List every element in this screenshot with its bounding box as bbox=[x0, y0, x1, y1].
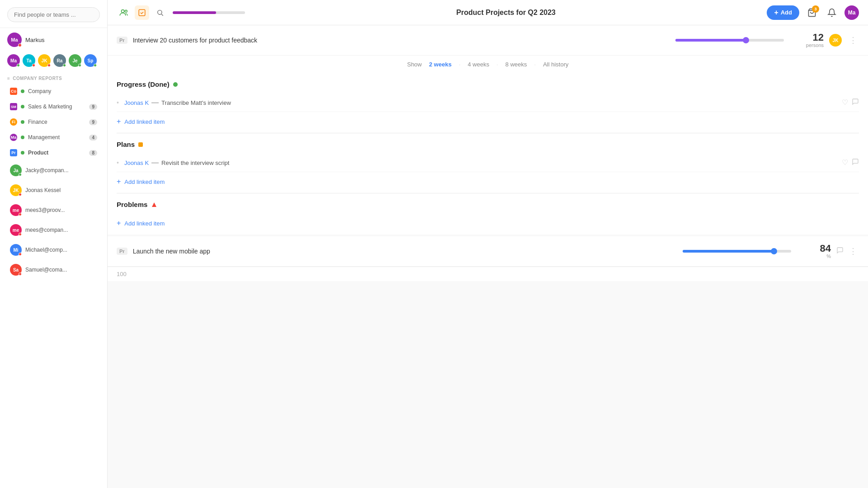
add-linked-plans[interactable]: + Add linked item bbox=[117, 172, 859, 193]
project-1-thumb bbox=[743, 37, 749, 43]
search-icon[interactable] bbox=[153, 5, 167, 20]
project-2-count: 84 % bbox=[804, 244, 831, 259]
sidebar-user[interactable]: Ma Markus bbox=[0, 28, 107, 52]
member-mees[interactable]: me mees@compan... bbox=[3, 221, 104, 239]
add-linked-progress[interactable]: + Add linked item bbox=[117, 112, 859, 133]
member-jacky-label: Jacky@compan... bbox=[25, 167, 69, 174]
progress-status-dot bbox=[173, 82, 178, 87]
member-michael[interactable]: Mi Michael@comp... bbox=[3, 240, 104, 259]
svg-point-0 bbox=[121, 9, 124, 12]
comment-button-project2[interactable] bbox=[836, 247, 844, 256]
project-1-header: Pr Interview 20 customers for product fe… bbox=[108, 25, 868, 56]
task-icon[interactable] bbox=[135, 5, 149, 20]
item-text-transcribe: Transcribe Matt's interview bbox=[161, 99, 231, 106]
filter-4weeks[interactable]: 4 weeks bbox=[468, 61, 490, 68]
problems-triangle-icon bbox=[152, 202, 156, 207]
section-progress: Progress (Done) • Joonas K — Transcribe … bbox=[108, 73, 868, 133]
project-1-more-button[interactable]: ⋮ bbox=[847, 35, 859, 45]
member-mees-label: mees@compan... bbox=[25, 227, 68, 233]
list-icon: ≡ bbox=[7, 76, 10, 81]
section-plans-label: Plans bbox=[117, 141, 135, 148]
user-name: Markus bbox=[25, 37, 45, 43]
recent-avatar-2[interactable]: JK bbox=[38, 54, 51, 67]
project-1-progress-bar bbox=[675, 39, 784, 42]
member-mees-avatar: me bbox=[10, 224, 22, 236]
sidebar-item-finance[interactable]: Fi Finance 9 bbox=[3, 115, 104, 129]
project-1-fill bbox=[675, 39, 746, 42]
product-status bbox=[21, 151, 24, 155]
topbar: Product Projects for Q2 2023 + Add 3 Ma bbox=[108, 0, 868, 25]
comment-button-2[interactable] bbox=[852, 158, 859, 167]
project-row-2: Pr Launch the new mobile app 84 % bbox=[108, 236, 868, 281]
section-progress-heading: Progress (Done) bbox=[117, 73, 859, 94]
item-person-joonas-1[interactable]: Joonas K bbox=[124, 99, 149, 106]
project-2-bottom-stat: 100 bbox=[108, 267, 868, 281]
item-person-joonas-2[interactable]: Joonas K bbox=[124, 160, 149, 166]
like-button-2[interactable]: ♡ bbox=[842, 158, 848, 167]
recent-avatar-3[interactable]: Ra bbox=[53, 54, 66, 67]
section-plans-heading: Plans bbox=[117, 133, 859, 154]
add-linked-problems[interactable]: + Add linked item bbox=[117, 214, 859, 235]
management-icon: Ma bbox=[10, 134, 17, 141]
project-2-prefix: Pr bbox=[117, 248, 127, 255]
filter-8weeks[interactable]: 8 weeks bbox=[505, 61, 527, 68]
sidebar-item-company[interactable]: Co Company bbox=[3, 84, 104, 99]
sales-badge: 9 bbox=[89, 104, 97, 110]
filter-2weeks[interactable]: 2 weeks bbox=[429, 61, 452, 68]
add-button[interactable]: + Add bbox=[767, 5, 799, 20]
member-joonas[interactable]: JK Joonas Kessel bbox=[3, 181, 104, 200]
recent-avatar-5[interactable]: Sp bbox=[84, 54, 97, 67]
cart-badge: 3 bbox=[812, 5, 819, 13]
section-problems: Problems + Add linked item bbox=[108, 193, 868, 235]
company-icon: Co bbox=[10, 88, 17, 95]
recent-avatars: Ma Ta JK Ra Je Sp bbox=[0, 52, 107, 72]
member-mees3-avatar: me bbox=[10, 204, 22, 216]
member-jacky[interactable]: Ja Jacky@compan... bbox=[3, 161, 104, 180]
member-samuel[interactable]: Sa Samuel@coma... bbox=[3, 260, 104, 279]
sidebar-item-management[interactable]: Ma Management 4 bbox=[3, 130, 104, 145]
project-2-thumb bbox=[771, 248, 777, 254]
topbar-right: + Add 3 Ma bbox=[767, 5, 859, 20]
member-mees3-label: mees3@proov... bbox=[25, 207, 65, 213]
plus-icon-progress: + bbox=[117, 117, 121, 126]
member-jacky-avatar: Ja bbox=[10, 164, 22, 176]
project-2-more-button[interactable]: ⋮ bbox=[847, 246, 859, 256]
member-mees3[interactable]: me mees3@proov... bbox=[3, 201, 104, 220]
sidebar-item-sales[interactable]: SM Sales & Marketing 9 bbox=[3, 99, 104, 114]
user-menu-button[interactable]: Ma bbox=[844, 5, 859, 20]
member-michael-avatar: Mi bbox=[10, 244, 22, 256]
like-button-1[interactable]: ♡ bbox=[842, 98, 848, 107]
project-2-header: Pr Launch the new mobile app 84 % bbox=[108, 236, 868, 267]
section-progress-label: Progress (Done) bbox=[117, 80, 170, 88]
recent-avatar-4[interactable]: Je bbox=[69, 54, 81, 67]
finance-badge: 9 bbox=[89, 119, 97, 125]
company-reports-label: ≡ COMPANY REPORTS bbox=[0, 72, 107, 84]
add-linked-label-problems: Add linked item bbox=[124, 220, 165, 227]
project-1-assignee: JK bbox=[829, 34, 842, 47]
recent-avatar-1[interactable]: Ta bbox=[23, 54, 35, 67]
project-1-count: 12 persons bbox=[797, 33, 824, 48]
project-1-prefix: Pr bbox=[117, 37, 127, 44]
plus-icon-plans: + bbox=[117, 178, 121, 186]
comment-button-1[interactable] bbox=[852, 98, 859, 107]
topbar-icons bbox=[117, 5, 167, 20]
management-label: Management bbox=[28, 134, 60, 141]
recent-avatar-0[interactable]: Ma bbox=[7, 54, 20, 67]
search-input[interactable] bbox=[7, 7, 100, 22]
project-2-fill bbox=[683, 250, 774, 253]
cart-button[interactable]: 3 bbox=[805, 5, 819, 20]
people-icon[interactable] bbox=[117, 5, 131, 20]
member-michael-label: Michael@comp... bbox=[25, 247, 67, 253]
project-row-1: Pr Interview 20 customers for product fe… bbox=[108, 25, 868, 235]
project-2-progress-bar bbox=[683, 250, 791, 253]
notification-button[interactable] bbox=[825, 5, 839, 20]
company-status bbox=[21, 89, 24, 93]
plus-icon: + bbox=[774, 9, 778, 17]
item-text-revisit: Revisit the interview script bbox=[161, 160, 229, 166]
project-2-title: Launch the new mobile app bbox=[133, 248, 677, 255]
add-linked-label-progress: Add linked item bbox=[124, 118, 165, 125]
svg-point-3 bbox=[158, 10, 162, 14]
section-problems-heading: Problems bbox=[117, 193, 859, 214]
sidebar-item-product[interactable]: Pr Product 8 bbox=[3, 145, 104, 160]
filter-all-history[interactable]: All history bbox=[543, 61, 568, 68]
